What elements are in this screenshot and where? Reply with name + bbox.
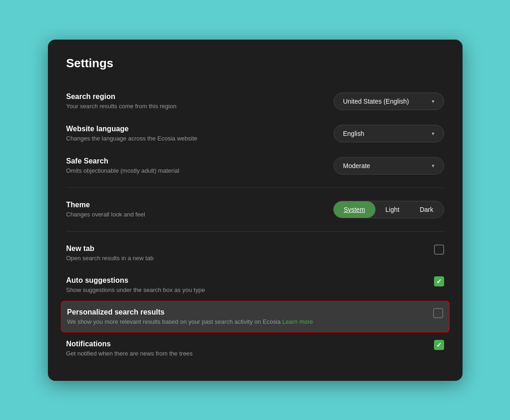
- auto-suggestions-row: Auto suggestions Show suggestions under …: [66, 269, 444, 301]
- theme-dark-button[interactable]: Dark: [410, 201, 444, 218]
- auto-suggestions-info: Auto suggestions Show suggestions under …: [66, 276, 416, 293]
- chevron-down-icon: ▾: [432, 130, 434, 137]
- search-region-dropdown[interactable]: United States (English) ▾: [334, 93, 444, 110]
- chevron-down-icon: ▾: [432, 163, 434, 169]
- theme-toggle: System Light Dark: [333, 201, 444, 218]
- new-tab-info: New tab Open search results in a new tab: [66, 245, 416, 262]
- search-region-info: Search region Your search results come f…: [66, 93, 315, 110]
- theme-info: Theme Changes overall look and feel: [66, 201, 315, 218]
- notifications-checkbox[interactable]: [434, 340, 444, 350]
- safe-search-control: Moderate ▾: [334, 157, 444, 175]
- personalized-search-control: [433, 308, 443, 318]
- website-language-dropdown[interactable]: English ▾: [334, 125, 444, 142]
- theme-system-button[interactable]: System: [334, 201, 375, 218]
- auto-suggestions-control: [434, 276, 444, 286]
- website-language-value: English: [343, 130, 364, 137]
- theme-label: Theme: [66, 201, 315, 209]
- website-language-row: Website language Changes the language ac…: [66, 117, 444, 150]
- safe-search-description: Omits objectionable (mostly adult) mater…: [66, 167, 315, 174]
- safe-search-row: Safe Search Omits objectionable (mostly …: [66, 150, 444, 182]
- search-region-description: Your search results come from this regio…: [66, 103, 315, 110]
- personalized-search-checkbox[interactable]: [433, 308, 443, 318]
- auto-suggestions-label: Auto suggestions: [66, 276, 416, 285]
- new-tab-control: [434, 245, 444, 255]
- personalized-search-desc-text: We show you more relevant results based …: [67, 318, 281, 325]
- search-region-row: Search region Your search results come f…: [66, 85, 444, 117]
- theme-description: Changes overall look and feel: [66, 211, 315, 218]
- learn-more-link[interactable]: Learn more: [282, 318, 313, 325]
- notifications-label: Notifications: [66, 340, 416, 348]
- divider-1: [66, 187, 444, 188]
- website-language-control: English ▾: [334, 125, 444, 142]
- safe-search-value: Moderate: [343, 162, 370, 169]
- auto-suggestions-description: Show suggestions under the search box as…: [66, 286, 416, 293]
- notifications-row: Notifications Get notified when there ar…: [66, 332, 444, 364]
- notifications-description: Get notified when there are news from th…: [66, 350, 416, 357]
- new-tab-row: New tab Open search results in a new tab: [66, 237, 444, 269]
- divider-2: [66, 231, 444, 232]
- settings-panel: Settings Search region Your search resul…: [48, 40, 463, 381]
- personalized-search-label: Personalized search results: [67, 308, 415, 316]
- theme-control: System Light Dark: [333, 201, 444, 218]
- personalized-search-info: Personalized search results We show you …: [67, 308, 415, 325]
- new-tab-label: New tab: [66, 245, 416, 253]
- safe-search-info: Safe Search Omits objectionable (mostly …: [66, 157, 315, 174]
- website-language-label: Website language: [66, 125, 315, 133]
- search-region-label: Search region: [66, 93, 315, 101]
- chevron-down-icon: ▾: [432, 98, 434, 105]
- notifications-info: Notifications Get notified when there ar…: [66, 340, 416, 357]
- personalized-search-row: Personalized search results We show you …: [61, 301, 450, 332]
- notifications-control: [434, 340, 444, 350]
- new-tab-checkbox[interactable]: [434, 245, 444, 255]
- theme-light-button[interactable]: Light: [375, 201, 410, 218]
- safe-search-label: Safe Search: [66, 157, 315, 165]
- theme-row: Theme Changes overall look and feel Syst…: [66, 193, 444, 226]
- new-tab-description: Open search results in a new tab: [66, 255, 416, 262]
- website-language-description: Changes the language across the Ecosia w…: [66, 135, 315, 142]
- safe-search-dropdown[interactable]: Moderate ▾: [334, 157, 444, 175]
- search-region-control: United States (English) ▾: [334, 93, 444, 110]
- website-language-info: Website language Changes the language ac…: [66, 125, 315, 142]
- personalized-search-description: We show you more relevant results based …: [67, 318, 415, 325]
- search-region-value: United States (English): [343, 98, 409, 105]
- settings-title: Settings: [66, 56, 444, 70]
- auto-suggestions-checkbox[interactable]: [434, 276, 444, 286]
